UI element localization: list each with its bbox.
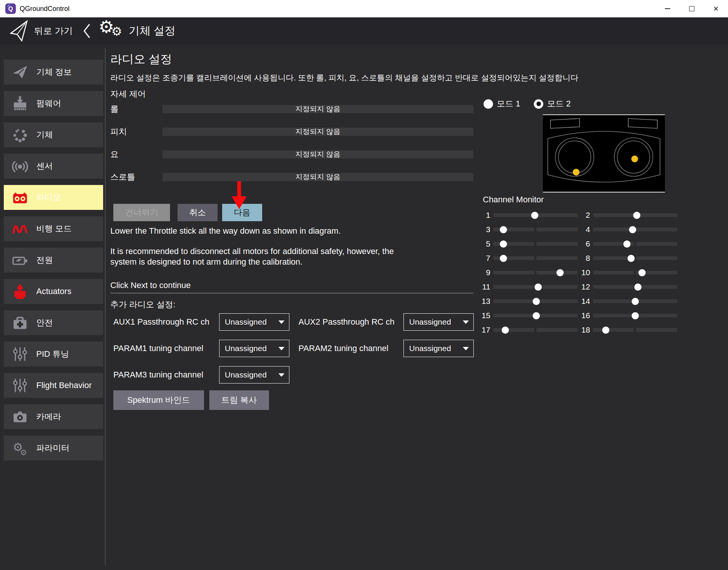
sidebar-item-power[interactable]: 전원 [4,248,103,273]
attitude-channel-bar: 지정되지 않음 [162,150,473,159]
channel-dropdown[interactable]: Unassigned [403,340,474,357]
channel-monitor-title: Channel Monitor [483,195,544,205]
radio-button-icon [484,99,493,109]
sidebar-item-radio[interactable]: 라디오 [4,185,103,210]
sidebar-item-camera[interactable]: 카메라 [4,404,103,429]
channel-value-dot [602,327,609,334]
sidebar-item-summary[interactable]: 기체 정보 [4,60,103,85]
attitude-channel-bar: 지정되지 않음 [162,105,473,113]
dropdown-value: Unassigned [409,344,463,353]
channel-13: 13 [480,297,578,306]
channel-5: 5 [480,239,578,248]
window-controls: × [655,0,728,17]
sidebar-item-safety[interactable]: 안전 [4,310,103,335]
channel-6: 6 [580,239,677,248]
sidebar-item-pid-tuning[interactable]: PID 튜닝 [4,342,103,367]
channel-9: 9 [480,268,578,277]
channel-row: 1314 [480,294,677,308]
back-button[interactable]: 뒤로 가기 [34,25,73,37]
attitude-row-label: 요 [110,149,162,160]
sidebar-divider [105,48,105,565]
additional-setting-row-2: PARAM3 tuning channelUnassigned [110,366,473,384]
channel-dropdown[interactable]: Unassigned [219,340,289,357]
mode-label: 모드 2 [547,98,570,109]
red-arrow-annotation [231,181,247,209]
channel-track [593,328,677,332]
attitude-row-label: 피치 [110,126,162,137]
bind-buttons: Spektrum 바인드 트림 복사 [113,390,269,410]
channel-track [493,299,578,303]
chevron-down-icon [278,373,284,377]
page-title: 라디오 설정 [110,51,172,67]
channel-value-dot [533,298,540,305]
tuning-icon [4,346,36,362]
channel-value-dot [556,269,564,276]
maximize-button[interactable] [680,0,704,17]
channel-track [593,256,677,260]
channel-7: 7 [480,254,578,263]
channel-track [493,314,578,317]
channel-track [493,213,578,217]
setup-sidebar: 기체 정보펌웨어기체센서라디오비행 모드전원Actuators안전PID 튜닝F… [4,60,103,467]
sidebar-item-airframe[interactable]: 기체 [4,122,103,147]
channel-11: 11 [480,282,578,291]
sidebar-item-parameters[interactable]: ⚙⚙파라미터 [4,436,103,461]
copy-trims-button[interactable]: 트림 복사 [209,390,269,410]
chevron-down-icon [278,320,284,324]
channel-track [593,314,677,317]
sidebar-item-flight-modes[interactable]: 비행 모드 [4,216,103,241]
channel-track [593,213,677,217]
attitude-row-1: 피치지정되지 않음 [110,127,473,137]
sidebar-item-sensors[interactable]: 센서 [4,154,103,179]
minimize-icon [665,8,670,9]
vehicle-setup-gears-icon: ⚙ ⚙ [99,20,127,42]
page-description: 라디오 설정은 조종기를 캘리브레이션에 사용됩니다. 또한 롤, 피치, 요,… [110,72,578,83]
channel-row: 1718 [480,323,677,337]
channel-17: 17 [480,325,578,334]
channel-number: 8 [580,254,590,263]
channel-dropdown[interactable]: Unassigned [403,313,474,331]
window-titlebar: Q QGroundControl × [0,0,728,17]
attitude-section-title: 자세 제어 [110,88,146,100]
transmitter-diagram [543,114,665,193]
additional-section-title: 추가 라디오 설정: [110,299,175,310]
sidebar-item-label: 비행 모드 [36,223,72,234]
channel-dropdown[interactable]: Unassigned [219,313,289,331]
channel-value-dot [629,226,636,233]
channel-number: 6 [580,239,590,248]
right-stick-position [631,156,638,162]
channel-number: 1 [480,211,490,220]
channel-1: 1 [480,211,578,220]
channel-row: 78 [480,251,677,265]
channel-15: 15 [480,311,578,320]
airframe-icon [4,126,36,143]
minimize-button[interactable] [655,0,680,17]
skip-button[interactable]: 건너뛰기 [113,204,170,221]
sidebar-item-label: 라디오 [36,192,61,203]
attitude-row-label: 롤 [110,103,162,115]
sidebar-item-flight-behavior[interactable]: Flight Behavior [4,373,103,398]
dropdown-value: Unassigned [225,317,278,327]
flight-modes-icon [4,221,36,237]
close-icon: × [713,4,719,13]
sidebar-item-firmware[interactable]: 펌웨어 [4,91,103,116]
channel-dropdown[interactable]: Unassigned [219,366,289,384]
channel-row: 1112 [480,280,677,294]
close-button[interactable]: × [704,0,728,17]
cancel-button[interactable]: 취소 [178,204,218,221]
mode-radio-2[interactable]: 모드 2 [534,98,570,109]
app-toolbar: 뒤로 가기 ⚙ ⚙ 기체 설정 [0,17,728,45]
sensor-icon [4,158,36,174]
sidebar-item-actuators[interactable]: Actuators [4,279,103,304]
sidebar-item-label: 기체 [36,129,53,140]
mode-radio-1[interactable]: 모드 1 [484,98,520,109]
section-divider [110,293,473,293]
spektrum-bind-button[interactable]: Spektrum 바인드 [113,390,204,410]
sidebar-item-label: 카메라 [36,411,61,422]
channel-value-dot [628,255,635,262]
channel-number: 14 [580,297,590,306]
setting-label: PARAM1 tuning channel [113,340,219,357]
additional-setting-row-0: AUX1 Passthrough RC chUnassignedAUX2 Pas… [110,313,473,331]
transmitter-mode-radios: 모드 1모드 2 [484,98,571,109]
channel-number: 12 [580,282,590,291]
